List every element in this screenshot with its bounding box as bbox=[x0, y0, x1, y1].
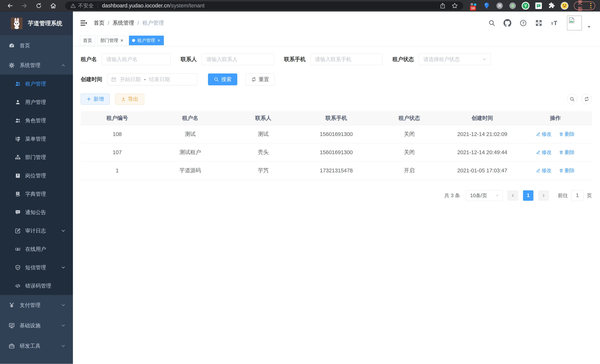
edit-link[interactable]: 修改 bbox=[536, 149, 552, 156]
app-logo-row[interactable]: 芋道管理系统 bbox=[0, 11, 73, 35]
reset-button[interactable]: 重置 bbox=[245, 74, 275, 85]
chevron-down-icon bbox=[495, 193, 499, 198]
cell-created: 2021-12-14 21:02:09 bbox=[446, 125, 519, 143]
sidebar-item-home[interactable]: 首页 bbox=[0, 35, 73, 56]
not-secure-warning-icon bbox=[70, 3, 76, 9]
extension-chat-icon[interactable] bbox=[534, 2, 543, 10]
bookmark-star-icon[interactable] bbox=[451, 2, 458, 9]
tenant-name-input[interactable] bbox=[102, 53, 171, 65]
col-tenant-id: 租户编号 bbox=[81, 111, 154, 125]
share-icon[interactable] bbox=[440, 3, 446, 9]
trash-icon bbox=[559, 132, 563, 136]
sidebar-item-dict[interactable]: 字典管理 bbox=[0, 185, 73, 203]
next-page-button[interactable] bbox=[538, 190, 549, 201]
pagination-total: 共 3 条 bbox=[444, 192, 460, 199]
sidebar-item-label: 在线用户 bbox=[25, 246, 46, 253]
prev-page-button[interactable] bbox=[507, 190, 518, 201]
tab-home[interactable]: 首页 bbox=[80, 36, 95, 45]
page-number-button[interactable]: 1 bbox=[523, 190, 533, 201]
github-link[interactable] bbox=[504, 19, 511, 27]
extensions-puzzle-icon[interactable] bbox=[547, 2, 556, 10]
search-icon bbox=[570, 96, 575, 102]
refresh-table-button[interactable] bbox=[581, 94, 592, 104]
sidebar-item-error-code[interactable]: 错误码管理 bbox=[0, 277, 73, 295]
edit-link[interactable]: 修改 bbox=[536, 167, 552, 174]
fullscreen-button[interactable] bbox=[535, 19, 543, 27]
sidebar-item-post[interactable]: 岗位管理 bbox=[0, 166, 73, 185]
sidebar-item-label: 租户管理 bbox=[25, 80, 46, 87]
sidebar-item-label: 岗位管理 bbox=[25, 172, 46, 179]
extension-command-icon[interactable] bbox=[496, 2, 504, 10]
delete-link[interactable]: 删除 bbox=[559, 149, 575, 156]
tab-close-icon[interactable] bbox=[120, 38, 124, 42]
extension-y-icon[interactable] bbox=[522, 2, 530, 10]
tab-dept[interactable]: 部门管理 bbox=[97, 36, 127, 45]
briefcase-icon bbox=[9, 343, 15, 349]
goto-page-input[interactable] bbox=[571, 190, 583, 201]
breadcrumb-separator: / bbox=[108, 20, 109, 26]
font-size-button[interactable] bbox=[551, 19, 559, 27]
sidebar-item-label: 基础设施 bbox=[20, 322, 40, 329]
chevron-down-icon bbox=[482, 57, 487, 62]
security-chip[interactable]: 不安全 bbox=[70, 2, 94, 9]
cell-status: 关闭 bbox=[373, 143, 446, 161]
create-time-label: 创建时间 bbox=[81, 76, 102, 83]
page-size-select[interactable]: 10条/页 bbox=[466, 190, 503, 201]
chevron-down-icon bbox=[61, 228, 66, 233]
search-button[interactable]: 搜索 bbox=[208, 74, 237, 85]
breadcrumb-system[interactable]: 系统管理 bbox=[112, 19, 134, 27]
app-logo bbox=[11, 18, 23, 29]
extension-dot-icon[interactable] bbox=[508, 2, 517, 10]
cell-status: 开启 bbox=[373, 161, 446, 180]
breadcrumb-current: 租户管理 bbox=[142, 19, 164, 27]
sidebar-item-pay[interactable]: 支付管理 bbox=[0, 295, 73, 315]
app-title: 芋道管理系统 bbox=[28, 19, 62, 27]
extension-balloon-icon[interactable] bbox=[483, 2, 491, 10]
cell-contact: 测试 bbox=[227, 125, 300, 143]
user-avatar[interactable] bbox=[567, 16, 582, 30]
chrome-update-button[interactable]: 更新 bbox=[574, 1, 595, 10]
add-button[interactable]: 新增 bbox=[81, 93, 110, 105]
browser-back-button[interactable] bbox=[5, 0, 15, 11]
status-select[interactable]: 请选择租户状态 bbox=[419, 53, 491, 65]
user-icon bbox=[15, 99, 21, 105]
sidebar-item-infra[interactable]: 基础设施 bbox=[0, 315, 73, 336]
profile-avatar-icon[interactable] bbox=[561, 2, 569, 10]
id-badge-icon bbox=[15, 173, 21, 179]
contact-input[interactable] bbox=[202, 53, 274, 65]
export-button[interactable]: 导出 bbox=[115, 93, 144, 105]
help-button[interactable] bbox=[519, 19, 527, 27]
mobile-input[interactable] bbox=[310, 53, 382, 65]
avatar-dropdown-button[interactable] bbox=[587, 25, 591, 29]
delete-link[interactable]: 删除 bbox=[559, 167, 575, 174]
sidebar-item-dept[interactable]: 部门管理 bbox=[0, 148, 73, 166]
toggle-search-button[interactable] bbox=[567, 94, 577, 104]
edit-link[interactable]: 修改 bbox=[536, 131, 552, 138]
address-bar[interactable]: 不安全 dashboard.yudao.iocoder.cn/system/te… bbox=[65, 1, 463, 10]
date-start-placeholder: 开始日期 bbox=[120, 76, 141, 83]
tree-list-icon bbox=[15, 136, 21, 142]
sidebar-item-audit-log[interactable]: 审计日志 bbox=[0, 222, 73, 240]
breadcrumb-home[interactable]: 首页 bbox=[94, 19, 104, 27]
tab-tenant[interactable]: 租户管理 bbox=[129, 36, 164, 45]
delete-link[interactable]: 删除 bbox=[559, 131, 575, 138]
sidebar-item-dev-tools[interactable]: 研发工具 bbox=[0, 336, 73, 356]
create-time-range-picker[interactable]: 开始日期 - 结束日期 bbox=[107, 74, 197, 85]
sidebar-item-notice[interactable]: 通知公告 bbox=[0, 203, 73, 222]
yen-icon bbox=[9, 302, 15, 308]
sidebar-collapse-button[interactable] bbox=[80, 19, 87, 27]
tab-close-icon[interactable] bbox=[157, 38, 161, 42]
header-search-button[interactable] bbox=[488, 19, 495, 27]
browser-home-button[interactable] bbox=[48, 0, 58, 11]
sidebar-item-tenant[interactable]: 租户管理 bbox=[0, 75, 73, 93]
sidebar-item-system[interactable]: 系统管理 bbox=[0, 56, 73, 75]
goto-label: 前往 bbox=[558, 192, 568, 199]
sidebar-item-online-user[interactable]: 在线用户 bbox=[0, 240, 73, 258]
sidebar-item-sms[interactable]: 短信管理 bbox=[0, 258, 73, 277]
browser-forward-button[interactable] bbox=[19, 0, 30, 11]
sidebar-item-role[interactable]: 角色管理 bbox=[0, 111, 73, 130]
sidebar-item-user[interactable]: 用户管理 bbox=[0, 93, 73, 111]
browser-reload-button[interactable] bbox=[34, 0, 44, 11]
sidebar-item-menu[interactable]: 菜单管理 bbox=[0, 130, 73, 148]
extension-grid-icon[interactable]: 10 bbox=[469, 2, 478, 10]
